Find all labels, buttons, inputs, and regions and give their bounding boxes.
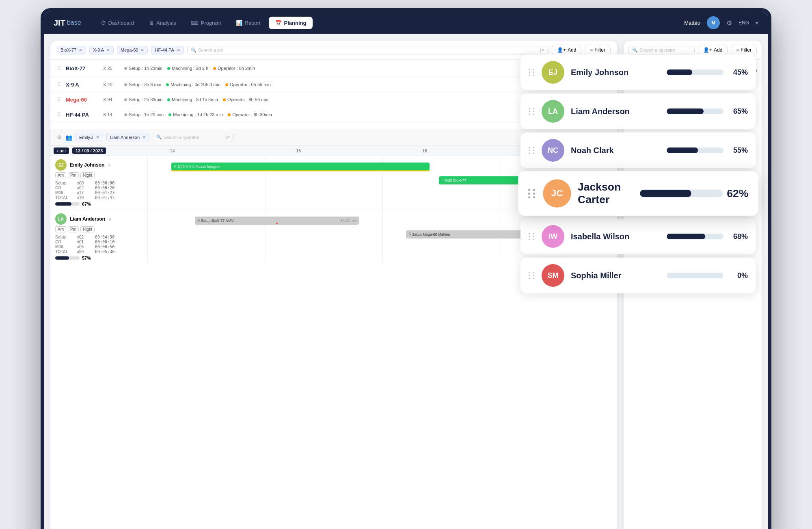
gantt-search-clear[interactable]: |✕ <box>226 135 230 139</box>
drag-liam[interactable] <box>529 108 535 115</box>
gantt-emily-collapse[interactable]: ∧ <box>108 162 111 168</box>
lang-chevron-icon: ▾ <box>756 20 758 26</box>
job-operator-mega60: Operator : 8h 59 min <box>223 97 268 102</box>
drag-emily[interactable] <box>529 69 535 76</box>
liam-setup-label: Setup <box>55 235 76 239</box>
nav-program-label: Program <box>201 20 221 26</box>
setup-label: Setup : 3h 6 min <box>129 82 161 87</box>
liam-card-name: Liam Anderson <box>571 107 660 116</box>
remove-emilyj[interactable]: ✕ <box>96 134 99 140</box>
job-qty-mega60: X 94 <box>103 97 119 102</box>
navbar: JITbase ⏱ Dashboard 🖥 Analysis ⌨ Program… <box>44 11 768 34</box>
timeline-prev-btn[interactable]: ‹ am <box>54 147 69 154</box>
operator-add-button[interactable]: 👤+ Add <box>698 45 728 55</box>
remove-biox77[interactable]: ✕ <box>79 48 82 53</box>
jobs-add-button[interactable]: 👤+ Add <box>552 45 581 55</box>
sophia-card-pct: 0% <box>728 271 748 280</box>
operator-filter-button[interactable]: ≡ Filter <box>731 45 757 55</box>
jackson-card-name: Jackson Carter <box>578 180 633 206</box>
remove-liamanderson[interactable]: ✕ <box>142 134 146 140</box>
tag-mega60: Mega-60 ✕ <box>117 46 148 54</box>
job-machining-mega60: Machining : 3d 1h 3min <box>167 97 218 102</box>
drag-jackson[interactable] <box>528 189 536 198</box>
op-card-emily: EJ Emily Johnson 45% <box>520 54 756 90</box>
liam-moo-label: M00 <box>55 245 76 249</box>
gantt-emily-info: EJ Emily Johnson ∧ Am Pm Night Setup x00 <box>50 156 148 210</box>
liam-co-count: x01 <box>77 240 93 244</box>
machining-label: Machining : 2d 2 h <box>172 66 208 71</box>
stat-total-label: TOTAL <box>55 195 76 200</box>
planning-icon: 📅 <box>275 20 282 26</box>
drag-handle[interactable]: ⠿ <box>57 96 61 103</box>
timeline-hour-14: 14 <box>109 148 235 153</box>
remove-x9a[interactable]: ✕ <box>106 48 110 53</box>
shift-am: Am <box>55 172 66 178</box>
machining-label: Machining : 0d 20h 3 min <box>171 82 220 87</box>
gantt-liam-pct: 57% <box>55 256 143 260</box>
liam-moo-count: x05 <box>77 245 93 249</box>
job-qty-x9a: X 40 <box>103 82 119 87</box>
gantt-bar-x9a: ⠿ 0/40 X-9 A Mazak Integrex <box>171 163 430 171</box>
gantt-liam-collapse[interactable]: ∧ <box>108 216 112 222</box>
op-card-noah: NC Noah Clark 55% <box>520 132 756 168</box>
gantt-emily-shifts: Am Pm Night <box>55 172 143 178</box>
gantt-emily-name: Emily Johnson <box>70 162 104 168</box>
logo: JITbase <box>54 18 81 28</box>
remove-mega60[interactable]: ✕ <box>140 48 144 53</box>
gantt-time-offset: -1h 23 min <box>339 219 357 223</box>
drag-noah[interactable] <box>529 147 535 154</box>
remove-hf44pa[interactable]: ✕ <box>177 48 180 53</box>
sophia-card-name: Sophia Miller <box>571 271 660 280</box>
job-setup-biox77: Setup : 1h 23min <box>124 66 162 71</box>
nav-program[interactable]: ⌨ Program <box>184 17 228 29</box>
logo-jit: JIT <box>54 18 65 28</box>
drag-handle[interactable]: ⠿ <box>57 111 61 118</box>
gantt-bar-x9a-label: ⠿ 0/40 X-9 A Mazak Integrex <box>174 165 220 169</box>
gantt-pin-icon: 📍 <box>275 223 279 225</box>
jobs-add-label: Add <box>568 47 576 53</box>
settings-gantt-icon[interactable]: ⚙ <box>57 134 62 141</box>
emily-card-pct: 45% <box>728 68 748 77</box>
jobs-search-placeholder: Search a job <box>198 48 223 52</box>
operator-search-input[interactable]: 🔍 Search a operator <box>628 46 695 54</box>
stat-total-count: x19 <box>77 195 93 200</box>
timeline-hour-16: 16 <box>362 148 488 153</box>
operator-search-icon: 🔍 <box>632 48 638 53</box>
nav-analysis[interactable]: 🖥 Analysis <box>142 17 182 29</box>
lang-label[interactable]: ENG <box>739 20 749 26</box>
nav-report-label: Report <box>245 20 261 26</box>
nav-planning[interactable]: 📅 Planning <box>269 17 313 29</box>
emily-card-name: Emily Johnson <box>571 68 660 77</box>
noah-card-pct: 55% <box>728 146 748 155</box>
gantt-liam-name: Liam Anderson <box>70 216 105 222</box>
gantt-emily-pct-label: 67% <box>82 202 91 206</box>
drag-handle[interactable]: ⠿ <box>57 65 61 72</box>
setup-label: Setup : 2h 33min <box>129 97 162 102</box>
jobs-filter-button[interactable]: ≡ Filter <box>585 45 611 55</box>
operator-add-label: Add <box>714 47 722 53</box>
tag-x9a: X-9 A ✕ <box>89 46 114 54</box>
operator-filter-icon: ≡ <box>736 47 739 53</box>
report-icon: 📊 <box>236 20 242 26</box>
gantt-liam-pct-label: 57% <box>82 256 91 260</box>
stat-co-count: x02 <box>77 186 93 190</box>
drag-sophia[interactable] <box>529 272 535 279</box>
gantt-search[interactable]: 🔍 Search a operator |✕ <box>153 133 234 141</box>
setup-label: Setup : 1h 20 min <box>129 112 164 117</box>
liam-card-avatar: LA <box>542 100 564 123</box>
sophia-card-avatar: SM <box>542 264 564 287</box>
nav-report[interactable]: 📊 Report <box>229 17 267 29</box>
settings-icon[interactable]: ⚙ <box>726 19 732 27</box>
drag-handle[interactable]: ⠿ <box>57 81 61 88</box>
drag-isabella[interactable] <box>529 233 535 240</box>
liam-total-label: TOTAL <box>55 249 76 254</box>
job-name-x9a: X-9 A <box>66 82 98 88</box>
jobs-search[interactable]: 🔍 Search a job |✕ <box>187 46 549 54</box>
op-card-isabella: IW Isabella Wilson 68% <box>520 219 756 254</box>
operator-label: Operator : 0h 59 min <box>230 82 271 87</box>
add-person-icon: 👤+ <box>703 47 712 53</box>
gantt-bar-setup-biox77: ⠿ Setup BioX-77 NMV -1h 23 min 📍 <box>195 217 359 225</box>
nav-dashboard[interactable]: ⏱ Dashboard <box>94 17 141 29</box>
dashboard-icon: ⏱ <box>101 20 106 26</box>
liam-setup-count: x02 <box>77 235 93 239</box>
